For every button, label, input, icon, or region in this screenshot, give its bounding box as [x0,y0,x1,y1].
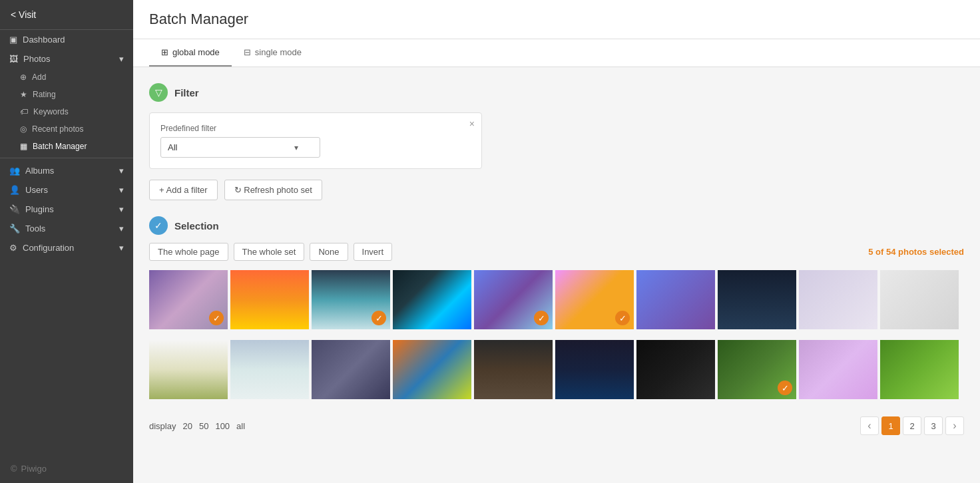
filter-select-wrap: All ▾ [160,137,320,158]
display-option-50[interactable]: 50 [199,421,208,431]
photo-thumb-4[interactable] [393,270,471,329]
piwigo-icon: © [11,464,17,474]
photo-thumb-8[interactable] [718,270,796,329]
sidebar-item-photos[interactable]: 🖼 Photos ▾ [0,49,133,69]
sidebar-label-add: Add [32,73,46,82]
page-1-button[interactable]: 1 [881,416,900,435]
photo-thumb-5[interactable]: ✓ [474,270,553,329]
sidebar-label-batch: Batch Manager [33,142,87,151]
photo-check-1: ✓ [209,311,224,325]
page-header: Batch Manager [133,0,980,39]
sidebar-label-users: Users [25,185,48,195]
tab-global-mode[interactable]: ⊞ global mode [149,39,232,67]
add-filter-button[interactable]: + Add a filter [149,180,218,200]
grid-icon-global: ⊞ [161,47,168,57]
photo-check-6: ✓ [615,311,630,325]
sidebar-label-rating: Rating [33,90,56,99]
photo-thumb-11[interactable] [149,340,228,399]
bottom-bar: display 20 50 100 all ‹ 1 2 3 › [149,410,964,442]
whole-page-button[interactable]: The whole page [149,243,228,261]
invert-button[interactable]: Invert [354,243,393,261]
sidebar-item-users[interactable]: 👤 Users ▾ [0,180,133,200]
filter-select-value: All [168,142,177,152]
visit-link[interactable]: < Visit [0,0,133,30]
prev-page-button[interactable]: ‹ [860,416,879,435]
photo-thumb-19[interactable] [799,340,877,399]
photo-thumb-18[interactable]: ✓ [718,340,796,399]
sidebar-item-dashboard[interactable]: ▣ Dashboard [0,30,133,49]
tab-single-mode[interactable]: ⊟ single mode [232,39,314,67]
display-option-all[interactable]: all [236,421,245,431]
photo-thumb-13[interactable] [312,340,390,399]
dashboard-icon: ▣ [9,35,17,45]
display-label: display [149,421,176,431]
photo-thumb-9[interactable] [799,270,877,329]
page-2-button[interactable]: 2 [903,416,921,435]
tab-single-label: single mode [255,47,302,57]
photo-thumb-15[interactable] [474,340,553,399]
filter-actions: + Add a filter ↻ Refresh photo set [149,180,964,200]
photo-thumb-7[interactable] [636,270,715,329]
filter-box: × Predefined filter All ▾ [149,112,482,169]
none-button[interactable]: None [310,243,348,261]
add-icon: ⊕ [20,73,27,82]
chevron-down-icon: ▾ [119,54,124,64]
photo-thumb-1[interactable]: ✓ [149,270,228,329]
photo-thumb-17[interactable] [636,340,715,399]
sidebar-item-keywords[interactable]: 🏷 Keywords [0,103,133,120]
main-content: Batch Manager ⊞ global mode ⊟ single mod… [133,0,980,483]
sidebar-item-batch-manager[interactable]: ▦ Batch Manager [0,138,133,155]
photo-thumb-12[interactable] [230,340,309,399]
sidebar-item-albums[interactable]: 👥 Albums ▾ [0,161,133,180]
photo-thumb-20[interactable] [880,340,959,399]
photo-thumb-16[interactable] [555,340,634,399]
keywords-icon: 🏷 [20,107,28,116]
photo-grid-row2: ✓ [149,340,964,399]
chevron-down-icon-albums: ▾ [119,166,124,176]
sidebar-label-config: Configuration [23,243,74,253]
tab-global-label: global mode [172,47,220,57]
whole-set-button[interactable]: The whole set [234,243,305,261]
sidebar-item-rating[interactable]: ★ Rating [0,86,133,103]
sidebar-item-plugins[interactable]: 🔌 Plugins ▾ [0,200,133,219]
piwigo-label: Piwigo [21,464,47,474]
display-option-100[interactable]: 100 [215,421,230,431]
display-options: display 20 50 100 all [149,421,245,431]
sidebar-item-configuration[interactable]: ⚙ Configuration ▾ [0,238,133,257]
sidebar-label-tools: Tools [25,224,45,234]
refresh-photoset-button[interactable]: ↻ Refresh photo set [224,180,322,200]
sidebar-label-albums: Albums [25,166,54,176]
tools-icon: 🔧 [9,224,20,234]
sidebar-label-plugins: Plugins [25,204,54,214]
predefined-filter-label: Predefined filter [160,124,471,133]
display-option-20[interactable]: 20 [182,421,192,431]
chevron-down-icon-tools: ▾ [119,224,124,234]
sidebar-item-tools[interactable]: 🔧 Tools ▾ [0,219,133,238]
photo-thumb-14[interactable] [393,340,471,399]
photo-thumb-2[interactable] [230,270,309,329]
sidebar-label-photos: Photos [23,54,50,64]
next-page-button[interactable]: › [945,416,964,435]
photo-thumb-10[interactable] [880,270,959,329]
batch-icon: ▦ [20,142,27,151]
albums-icon: 👥 [9,166,20,176]
selection-icon: ✓ [149,216,168,235]
filter-close-button[interactable]: × [469,118,475,129]
sidebar-label-dashboard: Dashboard [23,35,65,45]
piwigo-logo: © Piwigo [0,454,133,483]
page-3-button[interactable]: 3 [924,416,943,435]
photo-thumb-3[interactable]: ✓ [312,270,390,329]
recent-icon: ◎ [20,124,27,134]
predefined-filter-select[interactable]: All ▾ [160,137,320,158]
sidebar-item-add[interactable]: ⊕ Add [0,69,133,86]
sidebar-item-recent-photos[interactable]: ◎ Recent photos [0,120,133,138]
photo-thumb-6[interactable]: ✓ [555,270,634,329]
photo-check-3: ✓ [371,311,386,325]
config-icon: ⚙ [9,243,17,253]
photo-check-18: ✓ [778,381,792,395]
pagination: ‹ 1 2 3 › [860,416,964,435]
sidebar-label-keywords: Keywords [33,107,69,116]
selection-section-header: ✓ Selection [149,216,964,235]
sidebar-label-recent: Recent photos [32,124,83,134]
rating-icon: ★ [20,90,27,99]
